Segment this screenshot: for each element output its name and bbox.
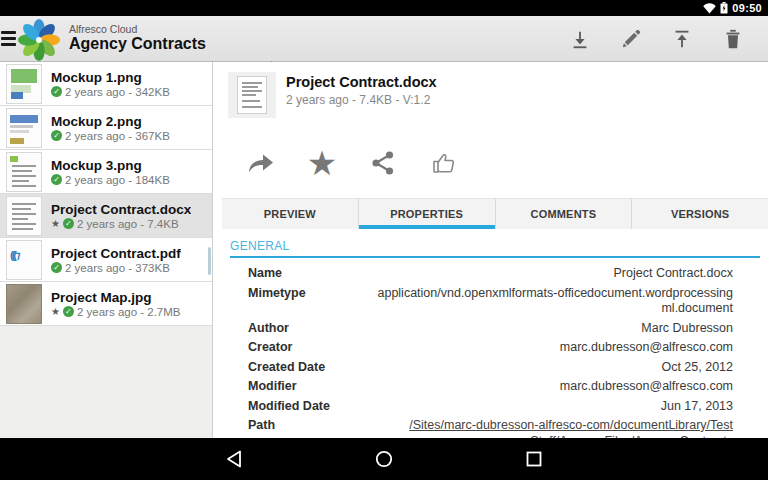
home-button[interactable] [364, 443, 404, 475]
file-thumbnail [6, 196, 42, 236]
table-row: Modified Date Jun 17, 2013 [248, 397, 733, 417]
synced-check-icon: ✓ [63, 306, 74, 317]
recents-button[interactable] [514, 443, 554, 475]
file-meta: ✓ 2 years ago - 367KB [51, 130, 170, 142]
synced-check-icon: ✓ [51, 262, 62, 273]
star-icon: ★ [307, 148, 337, 178]
file-thumbnail [6, 64, 42, 104]
prop-label: Path [248, 418, 368, 434]
file-meta: ★ ✓ 2 years ago - 2.7MB [51, 306, 181, 318]
recents-square-icon [526, 451, 542, 467]
download-button[interactable] [554, 18, 605, 60]
synced-check-icon: ✓ [51, 86, 62, 97]
synced-check-icon: ✓ [63, 218, 74, 229]
list-item-mockup-3[interactable]: Mockup 3.png ✓ 2 years ago - 184KB [0, 150, 212, 194]
favorite-star-icon: ★ [51, 307, 60, 317]
back-button[interactable] [214, 443, 254, 475]
status-time: 09:50 [732, 2, 762, 14]
home-circle-icon [375, 450, 393, 468]
table-row: Creator marc.dubresson@alfresco.com [248, 338, 733, 358]
tab-label: VERSIONS [671, 208, 729, 220]
synced-check-icon: ✓ [51, 130, 62, 141]
document-actions: ★ [222, 118, 768, 180]
prop-value: marc.dubresson@alfresco.com [368, 379, 733, 395]
android-nav-bar [0, 438, 768, 480]
prop-label: Creator [248, 340, 368, 356]
forward-arrow-icon [247, 151, 275, 175]
sidebar-scrollbar[interactable] [208, 247, 211, 275]
prop-label: Name [248, 266, 368, 282]
page-title: Agency Contracts [69, 35, 206, 53]
file-thumbnail [6, 284, 42, 324]
prop-value: marc.dubresson@alfresco.com [368, 340, 733, 356]
file-meta: ✓ 2 years ago - 342KB [51, 86, 170, 98]
tab-comments[interactable]: COMMENTS [495, 199, 632, 229]
prop-label: Author [248, 321, 368, 337]
download-icon [569, 28, 591, 50]
upload-button[interactable] [656, 18, 707, 60]
share-icon [370, 150, 396, 176]
upload-icon [671, 28, 693, 50]
file-meta: ✓ 2 years ago - 373KB [51, 262, 181, 274]
document-header: Project Contract.docx 2 years ago - 7.4K… [222, 62, 768, 118]
file-title: Mockup 1.png [51, 70, 170, 85]
list-item-project-contract-docx[interactable]: Project Contract.docx ★ ✓ 2 years ago - … [0, 194, 212, 238]
battery-charging-icon [720, 2, 728, 14]
document-thumbnail [228, 72, 276, 118]
file-meta: ✓ 2 years ago - 184KB [51, 174, 170, 186]
file-thumbnail [6, 108, 42, 148]
file-meta-text: 2 years ago - 373KB [65, 262, 170, 274]
prop-value: Jun 17, 2013 [368, 399, 733, 415]
table-row: Created Date Oct 25, 2012 [248, 358, 733, 378]
table-row: Modifier marc.dubresson@alfresco.com [248, 377, 733, 397]
prop-label: Modified Date [248, 399, 368, 415]
thumbs-up-icon [431, 151, 457, 175]
pencil-icon [620, 28, 642, 50]
document-detail-panel: Project Contract.docx 2 years ago - 7.4K… [222, 62, 768, 438]
list-item-project-map-jpg[interactable]: Project Map.jpg ★ ✓ 2 years ago - 2.7MB [0, 282, 212, 326]
share-button[interactable] [366, 146, 400, 180]
wifi-icon [703, 3, 716, 14]
hamburger-menu-icon[interactable] [1, 31, 16, 46]
tab-label: COMMENTS [530, 208, 596, 220]
file-meta-text: 2 years ago - 2.7MB [77, 306, 181, 318]
table-row: Author Marc Dubresson [248, 319, 733, 339]
tab-bar: PREVIEW PROPERTIES COMMENTS VERSIONS [222, 198, 768, 229]
header-actions [554, 18, 768, 60]
file-thumbnail [6, 152, 42, 192]
file-list-sidebar: Mockup 1.png ✓ 2 years ago - 342KB Mocku… [0, 62, 213, 438]
alfresco-logo-icon [17, 18, 61, 62]
favorite-button[interactable]: ★ [305, 146, 339, 180]
prop-value: Marc Dubresson [368, 321, 733, 337]
file-title: Project Map.jpg [51, 290, 181, 305]
prop-value: Project Contract.docx [368, 266, 733, 282]
app-subtitle: Alfresco Cloud [69, 23, 206, 35]
file-meta-text: 2 years ago - 184KB [65, 174, 170, 186]
tab-preview[interactable]: PREVIEW [222, 199, 358, 229]
file-meta-text: 2 years ago - 342KB [65, 86, 170, 98]
list-item-mockup-2[interactable]: Mockup 2.png ✓ 2 years ago - 367KB [0, 106, 212, 150]
like-button[interactable] [427, 146, 461, 180]
prop-label: Modifier [248, 379, 368, 395]
prop-label: Mimetype [248, 286, 368, 302]
list-item-project-contract-pdf[interactable]: (((⁊ Project Contract.pdf ✓ 2 years ago … [0, 238, 212, 282]
forward-button[interactable] [244, 146, 278, 180]
tab-label: PREVIEW [264, 208, 316, 220]
prop-label: Created Date [248, 360, 368, 376]
file-thumbnail: (((⁊ [6, 240, 42, 280]
prop-value: Oct 25, 2012 [368, 360, 733, 376]
folder-title-block[interactable]: Alfresco Cloud Agency Contracts [69, 23, 206, 53]
app-header: Alfresco Cloud Agency Contracts [0, 16, 768, 62]
tab-properties[interactable]: PROPERTIES [358, 199, 495, 229]
delete-button[interactable] [707, 18, 758, 60]
trash-icon [723, 28, 743, 50]
list-item-mockup-1[interactable]: Mockup 1.png ✓ 2 years ago - 342KB [0, 62, 212, 106]
document-title: Project Contract.docx [286, 74, 437, 90]
tab-versions[interactable]: VERSIONS [631, 199, 768, 229]
table-row: Mimetype application/vnd.openxmlformats-… [248, 284, 733, 319]
file-title: Project Contract.pdf [51, 246, 181, 261]
edit-button[interactable] [605, 18, 656, 60]
document-meta: 2 years ago - 7.4KB - V:1.2 [286, 93, 437, 107]
tab-label: PROPERTIES [390, 208, 463, 220]
file-title: Project Contract.docx [51, 202, 191, 217]
